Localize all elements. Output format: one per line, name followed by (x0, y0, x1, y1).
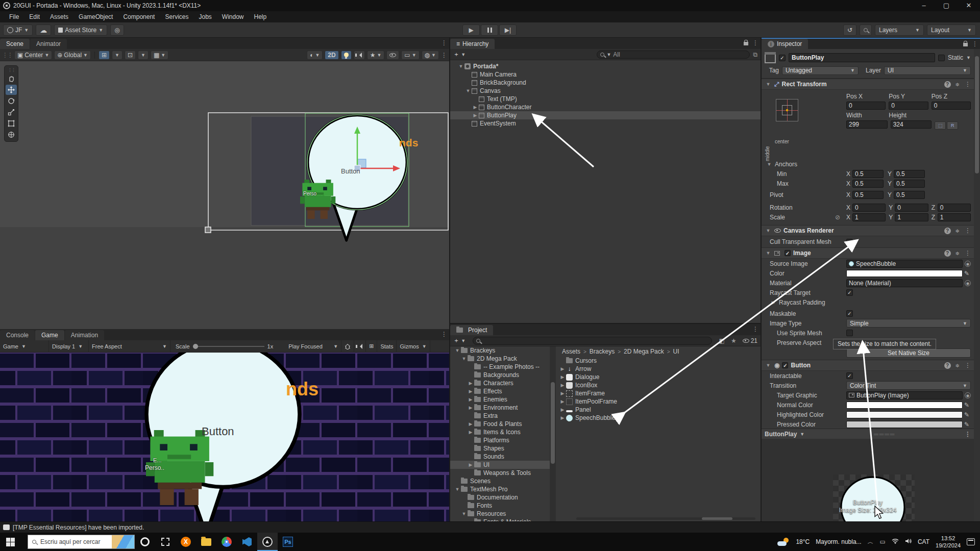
play-focused-dropdown[interactable]: Play Focused▼ (285, 340, 341, 353)
preview-header[interactable]: ButtonPlay ▼ ════ ⋮ (762, 429, 974, 439)
scale-x-field[interactable]: 1 (852, 213, 886, 221)
hidden-packages-toggle[interactable]: 21 (743, 337, 757, 344)
color-swatch[interactable] (846, 270, 963, 277)
inspector-scrollbar[interactable] (974, 49, 980, 521)
tab-game[interactable]: Game (35, 330, 64, 340)
tab-console[interactable]: Console (0, 330, 35, 340)
camera-settings-dropdown[interactable]: ▭ ▼ (401, 51, 419, 60)
scale-link-icon[interactable]: ⊘ (835, 214, 846, 221)
move-tool[interactable] (6, 85, 17, 95)
highlighted-color-swatch[interactable] (846, 411, 963, 418)
asset-item-arrow[interactable]: ▶↓Arrow (556, 365, 761, 373)
foldout-arrow-icon[interactable]: ▶ (559, 407, 566, 412)
undo-history-button[interactable]: ↺ (843, 24, 856, 36)
lighting-toggle[interactable] (341, 51, 352, 60)
tab-project[interactable]: Project (450, 325, 493, 335)
asset-item-cursors[interactable]: Cursors (556, 357, 761, 365)
project-folder-documentation[interactable]: Documentation (450, 493, 550, 502)
taskbar-search-input[interactable]: Escriu aquí per cercar (28, 535, 135, 549)
tray-expand-icon[interactable]: ︿ (868, 538, 874, 546)
tool-orientation-dropdown[interactable]: ⊕ Global ▼ (54, 51, 91, 60)
unity-version-button[interactable]: ◎ (110, 24, 124, 36)
menu-item-jobs[interactable]: Jobs (193, 13, 216, 20)
increment-snap-dropdown[interactable]: ▼ (138, 51, 149, 60)
foldout-arrow-icon[interactable]: ▼ (464, 88, 472, 93)
breadcrumb-2d-mega-pack[interactable]: 2D Mega Pack (624, 348, 664, 355)
image-header[interactable]: ▼ ✓ Image ? ≑ ⋮ (762, 247, 974, 259)
foldout-arrow-icon[interactable]: ▶ (467, 462, 474, 467)
kebab-menu-icon[interactable]: ⋮ (965, 362, 971, 369)
help-icon[interactable]: ? (944, 362, 951, 369)
audio-toggle[interactable] (354, 340, 366, 353)
lock-icon[interactable] (963, 43, 968, 46)
tab-inspector[interactable]: i Inspector (762, 39, 808, 49)
source-image-field[interactable]: SpeechBubble (846, 260, 963, 268)
favorites-star-icon[interactable]: ★ (731, 337, 737, 344)
view-hand-tool[interactable] (6, 73, 17, 84)
width-field[interactable]: 299 (846, 120, 888, 129)
hierarchy-item-text-tmp-[interactable]: Text (TMP) (450, 95, 761, 103)
interactable-checkbox[interactable]: ✓ (846, 372, 853, 379)
foldout-arrow-icon[interactable]: ▼ (765, 251, 772, 256)
volume-icon[interactable] (905, 538, 912, 545)
scale-tool[interactable] (6, 107, 17, 117)
foldout-arrow-icon[interactable]: ▶ (472, 113, 479, 118)
anchors-foldout[interactable]: ▼Anchors (766, 161, 797, 168)
step-button[interactable]: ▶| (499, 24, 517, 36)
foldout-arrow-icon[interactable]: ▶ (559, 391, 566, 396)
object-picker-icon[interactable]: ◉ (965, 392, 971, 398)
tool-pivot-dropdown[interactable]: ▣ Center ▼ (14, 51, 52, 60)
hierarchy-item-brickbackground[interactable]: BrickBackground (450, 79, 761, 87)
project-folder-textmesh-pro[interactable]: ▼TextMesh Pro (450, 485, 550, 493)
project-folder-fonts[interactable]: Fonts (450, 502, 550, 510)
menu-item-file[interactable]: File (4, 13, 24, 20)
close-button[interactable]: ✕ (958, 0, 980, 11)
breadcrumb-ui[interactable]: UI (673, 348, 679, 355)
foldout-arrow-icon[interactable]: ▼ (765, 228, 772, 233)
help-icon[interactable]: ? (944, 250, 951, 257)
kebab-menu-icon[interactable]: ⋮ (441, 52, 447, 59)
start-button[interactable] (0, 533, 20, 551)
project-folder-shapes[interactable]: Shapes (450, 444, 550, 453)
asset-item-itemframe[interactable]: ▶ItemFrame (556, 389, 761, 397)
gameobject-name-field[interactable]: ButtonPlay (789, 53, 935, 62)
project-folder-2d-mega-pack[interactable]: ▼2D Mega Pack (450, 355, 550, 363)
menu-item-window[interactable]: Window (217, 13, 249, 20)
project-folder-backgrounds[interactable]: Backgrounds (450, 371, 550, 379)
effects-dropdown[interactable]: ★ ▼ (367, 51, 385, 60)
anchor-max-x-field[interactable]: 0.5 (852, 180, 884, 188)
account-button[interactable]: JF ▼ (3, 24, 33, 36)
asset-item-dialogue[interactable]: ▶Dialogue (556, 373, 761, 381)
material-field[interactable]: None (Material) (846, 279, 963, 287)
battery-icon[interactable]: ▭ (880, 538, 886, 545)
anchor-min-x-field[interactable]: 0.5 (852, 170, 884, 178)
foldout-arrow-icon[interactable]: ▶ (559, 399, 566, 404)
eyedropper-icon[interactable]: ✎ (963, 402, 971, 409)
keyboard-language[interactable]: CAT (918, 538, 929, 545)
use-sprite-mesh-checkbox[interactable] (846, 330, 853, 336)
asset-item-iconbox[interactable]: ▶IconBox (556, 381, 761, 389)
kebab-menu-icon[interactable]: ⋮ (965, 249, 971, 257)
maskable-checkbox[interactable]: ✓ (846, 310, 853, 317)
project-folder-characters[interactable]: ▶Characters (450, 379, 550, 387)
display-dropdown[interactable]: Display 1▼ (49, 340, 89, 353)
foldout-arrow-icon[interactable]: ▶ (467, 397, 474, 402)
project-folder-extra[interactable]: Extra (450, 412, 550, 420)
presets-icon[interactable]: ≑ (955, 228, 960, 234)
asset-item-itempoolframe[interactable]: ▶ItemPoolFrame (556, 397, 761, 406)
increment-snap-toggle[interactable]: ⊡ (125, 51, 136, 60)
project-folder-environment[interactable]: ▶Environment (450, 404, 550, 412)
hierarchy-item-eventsystem[interactable]: EventSystem (450, 119, 761, 128)
asset-item-speechbubble[interactable]: ▶SpeechBubble (556, 414, 761, 422)
foldout-arrow-icon[interactable]: ▼ (460, 511, 468, 516)
pressed-color-swatch[interactable] (846, 421, 963, 428)
pivot-x-field[interactable]: 0.5 (852, 191, 884, 199)
foldout-arrow-icon[interactable]: ▶ (467, 430, 474, 435)
breadcrumb-brackeys[interactable]: Brackeys (590, 348, 615, 355)
foldout-arrow-icon[interactable]: ▶ (472, 105, 479, 110)
rect-transform-header[interactable]: ▼ ⤢ Rect Transform ? ≑ ⋮ (762, 79, 974, 90)
rotation-z-field[interactable]: 0 (938, 204, 971, 212)
grid-snap-dropdown[interactable]: ▼ (112, 51, 122, 60)
presets-icon[interactable]: ≑ (955, 82, 960, 87)
kebab-menu-icon[interactable]: ⋮ (965, 227, 971, 234)
